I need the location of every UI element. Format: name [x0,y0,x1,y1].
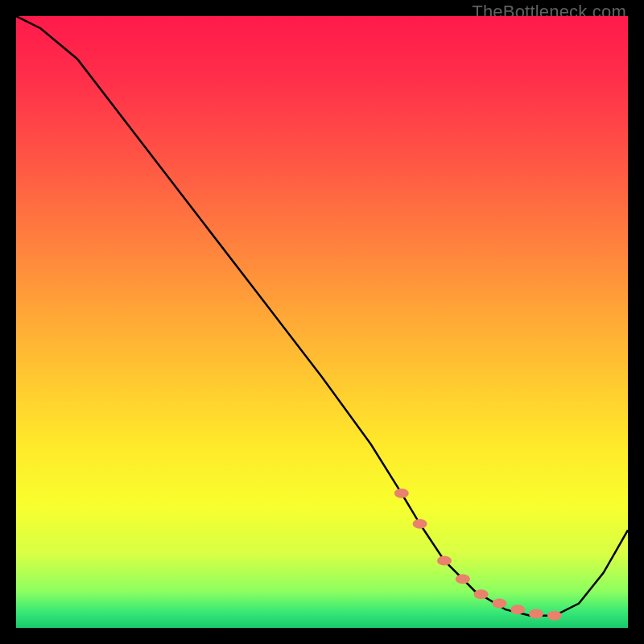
marker-dot [510,605,525,614]
chart-frame [16,16,628,628]
marker-dot [394,489,409,498]
marker-dot [456,574,470,584]
marker-dot [529,609,543,619]
marker-dot [547,611,562,621]
chart-svg [16,16,628,628]
marker-dot [474,589,489,599]
marker-dot [413,519,427,529]
marker-dot [437,555,452,565]
marker-dot [492,599,506,609]
gradient-background [16,16,628,628]
